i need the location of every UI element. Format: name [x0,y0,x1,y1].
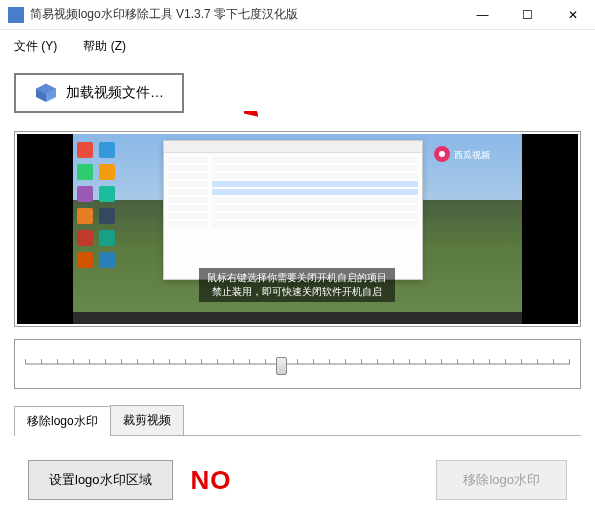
menu-file[interactable]: 文件 (Y) [8,34,63,59]
tabs: 移除logo水印 裁剪视频 [14,405,581,436]
desktop-icon [99,186,115,202]
window-title: 简易视频logo水印移除工具 V1.3.7 零下七度汉化版 [30,6,460,23]
app-icon [8,7,24,23]
desktop-icon [99,252,115,268]
load-video-label: 加载视频文件… [66,84,164,102]
desktop-icon [77,252,93,268]
svg-point-6 [439,151,445,157]
menu-help[interactable]: 帮助 (Z) [77,34,132,59]
video-preview[interactable]: 西瓜视频 鼠标右键选择你需要关闭开机自启的项目 禁止装用，即可快速关闭软件开机自… [17,134,578,324]
watermark-text: 西瓜视频 [454,150,490,160]
book-icon [34,83,58,103]
minimize-button[interactable]: — [460,0,505,30]
preview-frame: 西瓜视频 鼠标右键选择你需要关闭开机自启的项目 禁止装用，即可快速关闭软件开机自… [14,131,581,327]
desktop-icon [99,142,115,158]
embedded-dialog [163,140,423,280]
maximize-icon: ☐ [522,8,533,22]
slider-thumb[interactable] [276,357,287,375]
watermark-pin: 西瓜视频 [432,144,492,169]
menubar: 文件 (Y) 帮助 (Z) [0,30,595,63]
load-video-button[interactable]: 加载视频文件… [14,73,184,113]
subtitle-line1: 鼠标右键选择你需要关闭开机自启的项目 [207,272,387,283]
desktop-icon [77,164,93,180]
subtitle: 鼠标右键选择你需要关闭开机自启的项目 禁止装用，即可快速关闭软件开机自启 [199,268,395,302]
slider-ticks [25,359,570,364]
preview-content: 西瓜视频 鼠标右键选择你需要关闭开机自启的项目 禁止装用，即可快速关闭软件开机自… [73,134,522,324]
desktop-icon [99,164,115,180]
close-button[interactable]: ✕ [550,0,595,30]
tab-remove-logo[interactable]: 移除logo水印 [14,406,111,436]
remove-logo-button: 移除logo水印 [436,460,567,500]
window-controls: — ☐ ✕ [460,0,595,30]
desktop-icons [77,142,117,268]
subtitle-line2: 禁止装用，即可快速关闭软件开机自启 [207,285,387,299]
desktop-icon [77,208,93,224]
content-area: 加载视频文件… [0,63,595,523]
timeline-slider-frame [14,339,581,389]
taskbar [73,312,522,324]
maximize-button[interactable]: ☐ [505,0,550,30]
desktop-icon [77,186,93,202]
minimize-icon: — [477,8,489,22]
close-icon: ✕ [568,8,578,22]
dialog-body [164,153,422,231]
desktop-icon [99,230,115,246]
desktop-icon [77,142,93,158]
status-label: NO [191,465,232,496]
titlebar: 简易视频logo水印移除工具 V1.3.7 零下七度汉化版 — ☐ ✕ [0,0,595,30]
desktop-icon [99,208,115,224]
tab-crop-video[interactable]: 裁剪视频 [110,405,184,435]
remove-logo-panel: 设置logo水印区域 NO 移除logo水印 [14,436,581,520]
set-logo-area-button[interactable]: 设置logo水印区域 [28,460,173,500]
dialog-header [164,141,422,153]
timeline-slider[interactable] [25,354,570,374]
desktop-icon [77,230,93,246]
